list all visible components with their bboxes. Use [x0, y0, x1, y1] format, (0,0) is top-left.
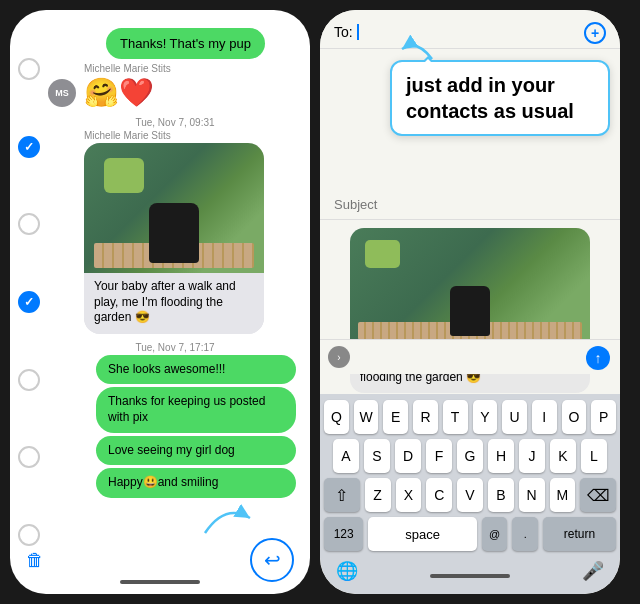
- key-a[interactable]: A: [333, 439, 359, 473]
- microphone-icon[interactable]: 🎤: [574, 556, 612, 586]
- key-w[interactable]: W: [354, 400, 379, 434]
- sender-label-1: Michelle Marie Stits: [84, 63, 304, 74]
- to-row: To:: [334, 24, 606, 40]
- message-body: Your baby after a walk and play, me I'm …: [320, 220, 620, 407]
- keyboard: Q W E R T Y U I O P A S D F G H J K: [320, 394, 620, 594]
- key-e[interactable]: E: [383, 400, 408, 434]
- key-at[interactable]: @: [482, 517, 508, 551]
- select-circle-6[interactable]: [18, 446, 40, 468]
- key-z[interactable]: Z: [365, 478, 391, 512]
- subject-input[interactable]: [334, 197, 606, 212]
- key-p[interactable]: P: [591, 400, 616, 434]
- green-bubble-2: Thanks for keeping us posted with pix: [96, 387, 296, 432]
- select-circle-2[interactable]: [18, 136, 40, 158]
- key-shift[interactable]: ⇧: [324, 478, 360, 512]
- selection-area: [10, 10, 48, 594]
- key-h[interactable]: H: [488, 439, 514, 473]
- key-n[interactable]: N: [519, 478, 545, 512]
- key-x[interactable]: X: [396, 478, 422, 512]
- to-label: To:: [334, 24, 353, 40]
- globe-icon[interactable]: 🌐: [328, 556, 366, 586]
- tooltip-text: just add in your contacts as usual: [406, 72, 594, 124]
- sender-label-2: Michelle Marie Stits: [84, 130, 304, 141]
- emoji-row: 🤗❤️: [80, 76, 154, 109]
- key-b[interactable]: B: [488, 478, 514, 512]
- timestamp-1: Tue, Nov 7, 09:31: [46, 117, 304, 128]
- photo-image: [84, 143, 264, 273]
- select-circle-5[interactable]: [18, 369, 40, 391]
- subject-row: [320, 189, 620, 220]
- select-circle-7[interactable]: [18, 524, 40, 546]
- keyboard-row-4: 123 space @ . return: [324, 517, 616, 551]
- tooltip-bubble: just add in your contacts as usual: [390, 60, 610, 136]
- select-circle-4[interactable]: [18, 291, 40, 313]
- to-cursor: [357, 24, 359, 40]
- key-t[interactable]: T: [443, 400, 468, 434]
- curved-arrow-hint: [195, 498, 255, 538]
- left-home-indicator: [120, 570, 200, 588]
- key-m[interactable]: M: [550, 478, 576, 512]
- keyboard-row-1: Q W E R T Y U I O P: [324, 400, 616, 434]
- forward-arrow-icon: ↩: [264, 548, 281, 572]
- add-contact-button[interactable]: +: [584, 22, 606, 44]
- keyboard-row-2: A S D F G H J K L: [324, 439, 616, 473]
- select-circle-1[interactable]: [18, 58, 40, 80]
- expand-button[interactable]: ›: [328, 346, 350, 368]
- key-s[interactable]: S: [364, 439, 390, 473]
- green-bubble-3: Love seeing my girl dog: [96, 436, 296, 466]
- green-bubble-1: She looks awesome!!!: [96, 355, 296, 385]
- right-new-message-panel: To: + just add in your contacts as usual: [320, 10, 620, 594]
- compose-row: › ↑: [320, 339, 620, 374]
- key-i[interactable]: I: [532, 400, 557, 434]
- left-messages-panel: Thanks! That's my pup Michelle Marie Sti…: [10, 10, 310, 594]
- key-num[interactable]: 123: [324, 517, 363, 551]
- photo-message: Your baby after a walk and play, me I'm …: [84, 143, 304, 334]
- green-bubble-4: Happy😃and smiling: [96, 468, 296, 498]
- key-v[interactable]: V: [457, 478, 483, 512]
- key-delete[interactable]: ⌫: [580, 478, 616, 512]
- thanks-bubble: Thanks! That's my pup: [106, 28, 265, 59]
- forward-button[interactable]: ↩: [250, 538, 294, 582]
- key-y[interactable]: Y: [473, 400, 498, 434]
- timestamp-2: Tue, Nov 7, 17:17: [46, 342, 304, 353]
- tooltip-arrow-svg: [397, 34, 437, 64]
- keyboard-bottom-row: 🌐 🎤: [324, 556, 616, 586]
- key-g[interactable]: G: [457, 439, 483, 473]
- photo-caption-left: Your baby after a walk and play, me I'm …: [84, 273, 264, 334]
- photo-bubble: Your baby after a walk and play, me I'm …: [84, 143, 264, 334]
- key-r[interactable]: R: [413, 400, 438, 434]
- key-q[interactable]: Q: [324, 400, 349, 434]
- key-return[interactable]: return: [543, 517, 616, 551]
- key-d[interactable]: D: [395, 439, 421, 473]
- key-c[interactable]: C: [426, 478, 452, 512]
- avatar-ms: MS: [48, 79, 76, 107]
- key-j[interactable]: J: [519, 439, 545, 473]
- key-k[interactable]: K: [550, 439, 576, 473]
- key-l[interactable]: L: [581, 439, 607, 473]
- right-photo-image: [350, 228, 590, 348]
- key-u[interactable]: U: [502, 400, 527, 434]
- key-o[interactable]: O: [562, 400, 587, 434]
- key-dot[interactable]: .: [512, 517, 538, 551]
- key-f[interactable]: F: [426, 439, 452, 473]
- key-space[interactable]: space: [368, 517, 476, 551]
- select-circle-3[interactable]: [18, 213, 40, 235]
- send-button[interactable]: ↑: [586, 346, 610, 370]
- message-header: To: +: [320, 10, 620, 49]
- keyboard-row-3: ⇧ Z X C V B N M ⌫: [324, 478, 616, 512]
